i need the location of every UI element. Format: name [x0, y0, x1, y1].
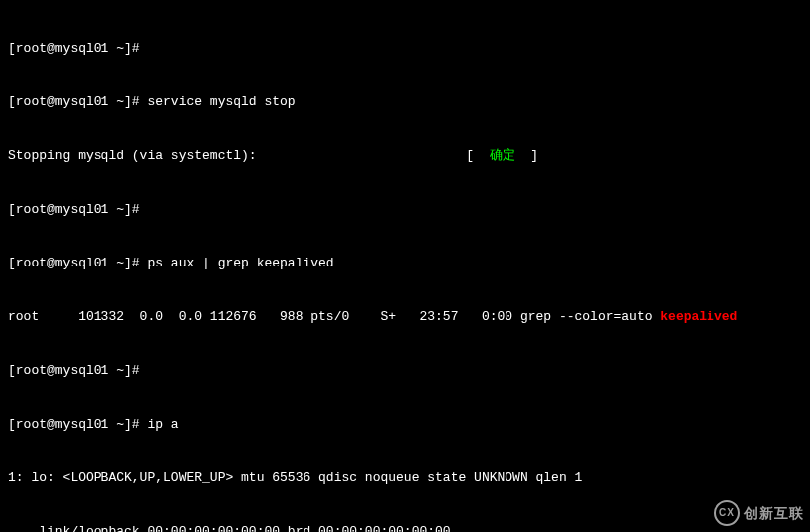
- command-text: ip a: [147, 417, 178, 432]
- output-text: ]: [515, 148, 538, 163]
- shell-prompt: [root@mysql01 ~]#: [8, 417, 147, 432]
- watermark-icon: CX: [714, 500, 740, 526]
- grep-match: keepalived: [660, 309, 737, 324]
- ip-output: link/loopback 00:00:00:00:00:00 brd 00:0…: [8, 523, 802, 532]
- ip-output: 1: lo: <LOOPBACK,UP,LOWER_UP> mtu 65536 …: [8, 469, 802, 487]
- shell-prompt: [root@mysql01 ~]#: [8, 202, 147, 217]
- ps-output: root 101332 0.0 0.0 112676 988 pts/0 S+ …: [8, 309, 660, 324]
- output-line: root 101332 0.0 0.0 112676 988 pts/0 S+ …: [8, 308, 802, 326]
- output-text: Stopping mysqld (via systemctl): [: [8, 148, 490, 163]
- command-text: ps aux | grep keepalived: [147, 256, 333, 270]
- shell-prompt: [root@mysql01 ~]#: [8, 94, 147, 109]
- prompt-line: [root@mysql01 ~]#: [8, 362, 802, 380]
- watermark: CX 创新互联: [714, 500, 804, 526]
- shell-prompt: [root@mysql01 ~]#: [8, 256, 147, 270]
- shell-prompt: [root@mysql01 ~]#: [8, 363, 147, 378]
- prompt-line: [root@mysql01 ~]# service mysqld stop: [8, 93, 802, 111]
- output-line: Stopping mysqld (via systemctl): [ 确定 ]: [8, 147, 802, 165]
- prompt-line: [root@mysql01 ~]#: [8, 201, 802, 219]
- prompt-line: [root@mysql01 ~]#: [8, 40, 802, 58]
- prompt-line: [root@mysql01 ~]# ip a: [8, 416, 802, 434]
- shell-prompt: [root@mysql01 ~]#: [8, 41, 147, 56]
- terminal-window[interactable]: [root@mysql01 ~]# [root@mysql01 ~]# serv…: [0, 0, 810, 532]
- watermark-text: 创新互联: [744, 504, 804, 522]
- command-text: service mysqld stop: [147, 94, 295, 109]
- prompt-line: [root@mysql01 ~]# ps aux | grep keepaliv…: [8, 255, 802, 272]
- status-ok: 确定: [490, 148, 515, 163]
